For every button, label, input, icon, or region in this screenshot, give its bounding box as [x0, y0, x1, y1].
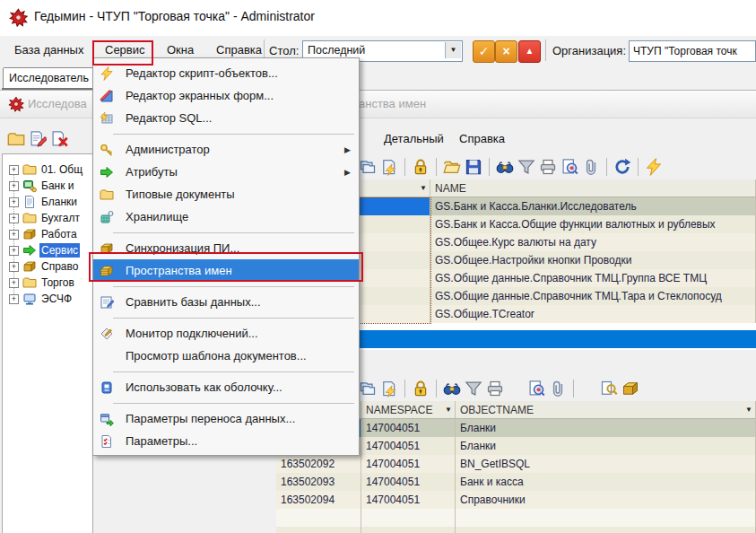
column-header-NAMESPACE[interactable]: NAMESPACE▼	[361, 401, 456, 419]
gold-box-icon[interactable]	[621, 380, 639, 398]
menu-item-параметры-переноса-данных[interactable]: Параметры переноса данных...	[93, 407, 359, 430]
menu-item-просмотр-шаблона-документов[interactable]: Просмотр шаблона документов...	[93, 345, 359, 367]
column-filter-icon[interactable]: ▼	[445, 401, 452, 419]
selected-empty-row[interactable]	[305, 330, 756, 348]
lightning-doc-icon[interactable]	[380, 380, 398, 398]
tree-item-бухгалт[interactable]: +Бухгалт	[3, 210, 82, 226]
search-doc-icon[interactable]	[600, 380, 618, 398]
filter-icon[interactable]	[465, 380, 482, 398]
column-header-OBJECTNAME[interactable]: OBJECTNAME▼	[456, 401, 756, 419]
table-cell[interactable]: BN_GetIBSQL	[456, 455, 756, 473]
table-cell[interactable]: 147004051	[361, 473, 456, 491]
menu-help[interactable]: Справка	[207, 41, 271, 59]
menu-item-синхронизация-пи[interactable]: Синхронизация ПИ...	[93, 237, 359, 259]
table-cell[interactable]: Бланки	[456, 419, 756, 437]
column-filter-icon[interactable]: ▼	[745, 401, 752, 419]
tree-item-сервис[interactable]: +Сервис	[3, 242, 80, 258]
table-cell[interactable]: GS.Банк и Касса.Общие функции валютных и…	[430, 215, 756, 233]
table-cell[interactable]: Бланки	[456, 437, 756, 455]
preview-icon[interactable]	[560, 158, 578, 176]
table-row[interactable]: GS.Банк и Касса.Общие функции валютных и…	[305, 215, 756, 233]
table-cell[interactable]: GS.Общие данные.Справочник ТМЦ.Группа ВС…	[430, 269, 756, 287]
table-row[interactable]: 163502093147004051Банк и касса	[276, 473, 756, 491]
menu-item-типовые-документы[interactable]: Типовые документы	[93, 183, 359, 205]
tree-item-банк-и[interactable]: +Банк и	[3, 178, 75, 194]
menu-item-хранилище[interactable]: Хранилище	[93, 205, 359, 228]
child-menu-help[interactable]: Справка	[459, 132, 505, 145]
combobox-dropdown-icon[interactable]: ▼	[445, 42, 461, 58]
table-cell[interactable]: GS.Общее.Настройки кнопки Проводки	[430, 251, 756, 269]
menu-item-использовать-как-оболочку[interactable]: Использовать как оболочку...	[93, 376, 359, 398]
lock-icon[interactable]	[412, 380, 430, 398]
print-icon[interactable]	[486, 380, 504, 398]
tree-expand-icon[interactable]: +	[9, 165, 19, 175]
table-cell[interactable]: Банк и касса	[456, 473, 756, 491]
refresh-icon[interactable]	[613, 158, 631, 176]
menu-item-сравнить-базы-данных[interactable]: Сравнить базы данных...	[93, 291, 359, 313]
table-row[interactable]: GS.Общие данные.Справочник ТМЦ.Тара и Ст…	[305, 287, 756, 305]
lightning-icon[interactable]	[645, 158, 663, 176]
lock-icon[interactable]	[412, 158, 430, 176]
preview-icon[interactable]	[527, 380, 545, 398]
menu-service[interactable]: Сервис	[96, 41, 154, 59]
table-cell[interactable]: 163502094	[276, 491, 361, 509]
menu-item-редактор-экранных-форм[interactable]: Редактор экранных форм...	[93, 84, 359, 107]
table-cell[interactable]: 147004051	[361, 437, 456, 455]
menu-item-параметры[interactable]: Параметры...	[93, 430, 359, 452]
tree-item-эсчф[interactable]: +ЭСЧФ	[3, 291, 74, 307]
save-icon[interactable]	[465, 158, 482, 176]
attach-icon[interactable]	[582, 158, 600, 176]
table-cell[interactable]: GS.Общее.Курс валюты на дату	[430, 233, 756, 251]
organization-field[interactable]: ЧТУП "Торговая точк	[629, 40, 756, 62]
table-row[interactable]: GS.Общие данные.Справочник ТМЦ.Группа ВС…	[305, 269, 756, 287]
print-icon[interactable]	[539, 158, 557, 176]
tree-item-01-общ[interactable]: +01. Общ	[3, 162, 84, 178]
table-row[interactable]: GS.Банк и Касса.Бланки.Исследователь	[305, 197, 756, 215]
table-cell[interactable]: Справочники	[456, 491, 756, 509]
delete-doc-icon[interactable]	[50, 130, 68, 148]
table-cell[interactable]: 147004051	[361, 491, 456, 509]
tree-item-бланки[interactable]: +Бланки	[3, 194, 79, 210]
menu-windows[interactable]: Окна	[158, 41, 203, 59]
table-cell[interactable]: 163502093	[276, 473, 361, 491]
table-cell[interactable]: 147004051	[361, 455, 456, 473]
menu-item-администратор[interactable]: Администратор▶	[93, 138, 359, 161]
folder-icon[interactable]	[7, 130, 25, 148]
filter-icon[interactable]	[517, 158, 535, 176]
tree-expand-icon[interactable]: +	[9, 181, 19, 191]
table-cell[interactable]: GS.Банк и Касса.Бланки.Исследователь	[430, 197, 756, 215]
menu-item-атрибуты[interactable]: Атрибуты▶	[93, 161, 359, 183]
column-header-NAME[interactable]: NAME	[430, 179, 756, 197]
table-row[interactable]: GS.Общее.Настройки кнопки Проводки	[305, 251, 756, 269]
tree-item-работа[interactable]: +Работа	[3, 226, 79, 242]
table-row[interactable]: 163502092147004051BN_GetIBSQL	[276, 455, 756, 473]
copy-folders-icon[interactable]	[359, 380, 377, 398]
binoculars-icon[interactable]	[443, 380, 461, 398]
tab-explorer[interactable]: Исследователь	[3, 67, 95, 88]
tree-expand-icon[interactable]: +	[9, 197, 19, 207]
tree-expand-icon[interactable]: +	[9, 246, 19, 256]
tree-expand-icon[interactable]: +	[9, 230, 19, 240]
tree-item-справо[interactable]: +Справо	[3, 258, 80, 275]
tree-expand-icon[interactable]: +	[9, 262, 19, 272]
copy-folders-icon[interactable]	[359, 158, 377, 176]
edit-doc-icon[interactable]	[29, 130, 47, 148]
table-cell[interactable]: 163502092	[276, 455, 361, 473]
tree-item-торгов[interactable]: +Торгов	[3, 275, 76, 291]
menu-item-монитор-подключений[interactable]: Монитор подключений...	[93, 322, 359, 345]
tree-expand-icon[interactable]: +	[9, 294, 19, 304]
table-row[interactable]: GS.Общее.Курс валюты на дату	[305, 233, 756, 251]
table-cell[interactable]: GS.Общие данные.Справочник ТМЦ.Тара и Ст…	[430, 287, 756, 305]
attach-icon[interactable]	[549, 380, 567, 398]
lightning-doc-icon[interactable]	[380, 158, 398, 176]
tree-expand-icon[interactable]: +	[9, 214, 19, 223]
table-cell[interactable]: 147004051	[361, 419, 456, 437]
table-row[interactable]: 163502094147004051Справочники	[276, 491, 756, 509]
table-cell[interactable]: GS.Общие.TCreator	[430, 305, 756, 323]
binoculars-icon[interactable]	[496, 158, 514, 176]
collapse-button[interactable]: ▲	[518, 40, 541, 63]
menu-database[interactable]: База данных	[5, 41, 92, 59]
apply-button[interactable]: ✓	[473, 40, 495, 63]
open-folder-icon[interactable]	[443, 158, 461, 176]
tree-expand-icon[interactable]: +	[9, 278, 19, 288]
